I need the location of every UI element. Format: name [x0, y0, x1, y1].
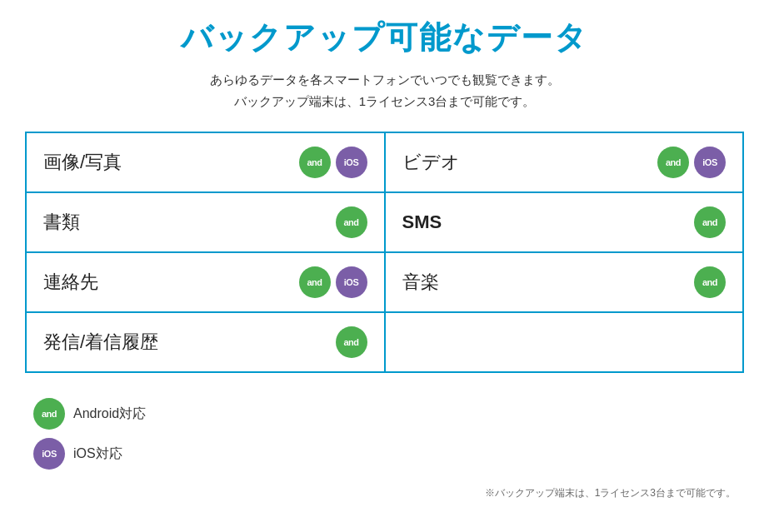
grid-item-images: 画像/写真andiOS	[26, 132, 385, 192]
grid-item-label-documents: 書類	[43, 210, 80, 235]
and-badge-documents: and	[336, 206, 367, 238]
page-title: バックアップ可能なデータ	[25, 17, 744, 59]
badges-music: and	[694, 266, 726, 298]
legend-android: and Android対応	[33, 398, 744, 430]
badges-contacts: andiOS	[299, 266, 367, 298]
ios-badge-contacts: iOS	[336, 266, 367, 298]
and-badge-call-history: and	[336, 326, 367, 358]
and-badge-video: and	[657, 147, 689, 178]
grid-item-music: 音楽and	[385, 252, 744, 312]
grid-item-label-contacts: 連絡先	[43, 270, 98, 295]
badges-call-history: and	[336, 326, 367, 358]
grid-item-label-sms: SMS	[402, 211, 442, 233]
badges-sms: and	[694, 206, 726, 238]
and-badge-images: and	[299, 147, 331, 178]
data-grid: 画像/写真andiOSビデオandiOS書類andSMSand連絡先andiOS…	[25, 132, 744, 373]
subtitle: あらゆるデータを各スマートフォンでいつでも観覧できます。 バックアップ端末は、1…	[25, 69, 744, 112]
legend-ios: iOS iOS対応	[33, 438, 744, 470]
and-badge-contacts: and	[299, 266, 331, 298]
legend-ios-badge: iOS	[33, 438, 65, 470]
grid-item-contacts: 連絡先andiOS	[26, 252, 385, 312]
grid-item-label-video: ビデオ	[402, 150, 460, 175]
legend-and-badge: and	[33, 398, 65, 430]
legend-ios-label: iOS対応	[73, 445, 122, 463]
grid-item-documents: 書類and	[26, 192, 385, 252]
grid-item-label-images: 画像/写真	[43, 150, 122, 175]
grid-item-label-call-history: 発信/着信履歴	[43, 330, 158, 355]
grid-item-video: ビデオandiOS	[385, 132, 744, 192]
ios-badge-video: iOS	[694, 147, 726, 178]
badges-images: andiOS	[299, 147, 367, 178]
grid-item-call-history: 発信/着信履歴and	[26, 312, 385, 372]
grid-item-label-music: 音楽	[402, 270, 439, 295]
legend: and Android対応 iOS iOS対応	[25, 398, 744, 470]
grid-item-sms: SMSand	[385, 192, 744, 252]
and-badge-sms: and	[694, 206, 726, 238]
badges-documents: and	[336, 206, 367, 238]
badges-video: andiOS	[657, 147, 726, 178]
ios-badge-images: iOS	[336, 147, 367, 178]
legend-android-label: Android対応	[73, 405, 146, 423]
and-badge-music: and	[694, 266, 726, 298]
grid-item-empty	[385, 312, 744, 372]
footer-note: ※バックアップ端末は、1ライセンス3台まで可能です。	[25, 486, 744, 500]
